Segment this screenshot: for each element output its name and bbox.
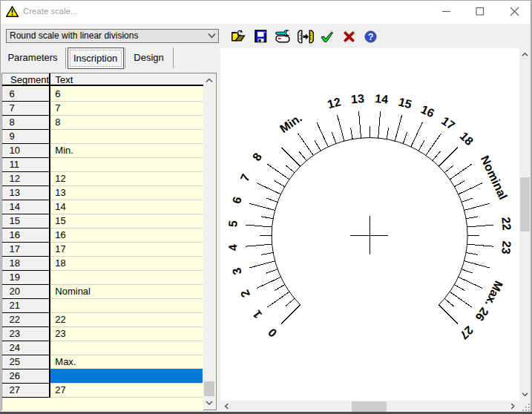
svg-text:1: 1 — [250, 308, 264, 321]
svg-text:2: 2 — [237, 288, 252, 299]
svg-text:6: 6 — [230, 195, 244, 205]
svg-text:Max.: Max. — [482, 279, 505, 308]
svg-text:Min.: Min. — [278, 111, 304, 135]
svg-text:13: 13 — [350, 92, 364, 105]
svg-text:15: 15 — [397, 95, 413, 111]
svg-text:27: 27 — [457, 323, 476, 342]
svg-text:Nominal: Nominal — [478, 154, 509, 201]
svg-text:17: 17 — [439, 114, 457, 132]
svg-text:14: 14 — [374, 92, 388, 105]
svg-text:3: 3 — [230, 266, 244, 276]
svg-text:12: 12 — [326, 95, 342, 111]
svg-text:16: 16 — [418, 102, 436, 119]
svg-text:8: 8 — [250, 151, 264, 163]
svg-text:18: 18 — [457, 129, 476, 148]
svg-text:4: 4 — [226, 243, 239, 251]
svg-text:26: 26 — [473, 306, 490, 323]
svg-text:23: 23 — [499, 240, 513, 254]
svg-text:7: 7 — [237, 172, 252, 183]
svg-text:0: 0 — [266, 326, 279, 339]
svg-text:?: ? — [368, 32, 374, 42]
svg-text:22: 22 — [499, 217, 513, 231]
svg-text:5: 5 — [226, 220, 239, 227]
